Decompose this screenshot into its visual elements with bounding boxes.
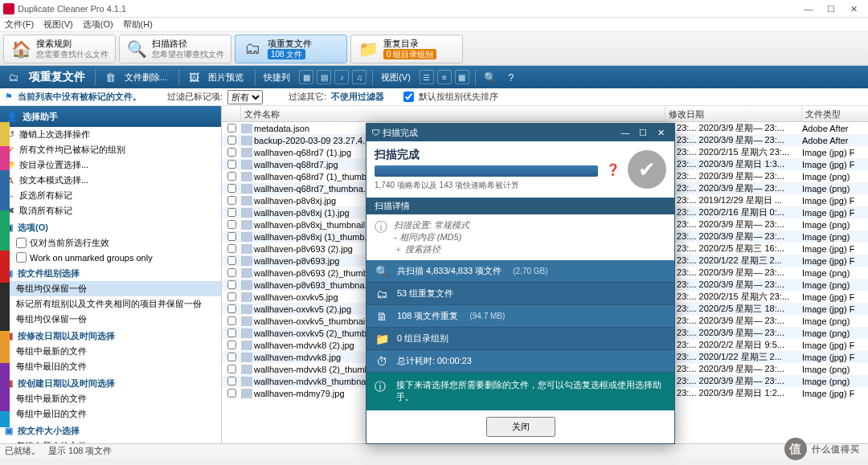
row-checkbox[interactable] bbox=[227, 232, 236, 241]
sidebar-action-3[interactable]: A按文本模式选择... bbox=[0, 173, 221, 188]
filter-marked-label: 过滤已标记项: bbox=[167, 91, 223, 103]
dialog-subtext: 1,740 项略希以及 143 项快速略希被计算 bbox=[375, 180, 598, 191]
sidebar-cat-group: ▣按文件组别选择 bbox=[0, 264, 221, 281]
person-icon: 👤 bbox=[6, 112, 18, 122]
menu-view[interactable]: 视图(V) bbox=[43, 18, 73, 31]
dialog-close-x[interactable]: ✕ bbox=[652, 128, 669, 138]
col-btn-3[interactable]: ♪ bbox=[334, 70, 349, 84]
row-checkbox[interactable] bbox=[227, 196, 236, 205]
sidebar-action-4[interactable]: ↔反选所有标记 bbox=[0, 188, 221, 203]
row-checkbox[interactable] bbox=[227, 377, 236, 385]
row-checkbox[interactable] bbox=[227, 136, 236, 145]
dialog-minimize[interactable]: — bbox=[616, 128, 634, 137]
sidebar-action-5[interactable]: ✖取消所有标记 bbox=[0, 203, 221, 218]
sidebar-action-0[interactable]: ↺撤销上次选择操作 bbox=[0, 127, 221, 142]
col-btn-4[interactable]: ♫ bbox=[352, 70, 366, 84]
nav-tab-1[interactable]: 🔍扫描路径您希望在哪查找文件 bbox=[119, 35, 231, 63]
row-checkbox[interactable] bbox=[227, 341, 236, 349]
filter-bar: ⚑ 当前列表中没有被标记的文件。 过滤已标记项: 所有 过滤其它: 不使用过滤器… bbox=[0, 88, 868, 106]
col-btn-1[interactable]: ▦ bbox=[299, 70, 313, 84]
sidebar-cat-size: ▣按文件大小选择 bbox=[0, 422, 221, 438]
plus-icon[interactable]: ＋ bbox=[394, 244, 403, 254]
preview-button[interactable]: 图片预览 bbox=[205, 71, 250, 84]
close-button[interactable]: ✕ bbox=[842, 1, 865, 17]
sidebar-option-0[interactable]: 仅对当前所选行生效 bbox=[0, 235, 221, 251]
row-checkbox[interactable] bbox=[227, 389, 236, 398]
view-detail-icon[interactable]: ≡ bbox=[437, 70, 452, 84]
dialog-stat-row-4: ⏱总计耗时: 00:00:23 bbox=[366, 350, 674, 373]
search-icon[interactable]: 🔍 bbox=[481, 68, 500, 86]
col-type[interactable]: 文件类型 bbox=[802, 106, 868, 121]
nav-tabs: 🏠搜索规则您需要查找什么文件🔍扫描路径您希望在哪查找文件🗂项重复文件108 文件… bbox=[0, 32, 868, 66]
folder-icon: 🗂 bbox=[3, 68, 23, 86]
maximize-button[interactable]: ☐ bbox=[820, 1, 842, 17]
row-checkbox[interactable] bbox=[227, 244, 236, 253]
sidebar-cat-options: ▣选项(O) bbox=[0, 218, 221, 235]
row-checkbox[interactable] bbox=[227, 256, 236, 265]
sidebar-option-1[interactable]: Work on unmarked groups only bbox=[0, 251, 221, 264]
help-small-icon[interactable]: ❓ bbox=[606, 163, 620, 176]
sidebar-action-1[interactable]: ✔所有文件均已被标记的组别 bbox=[0, 142, 221, 157]
nav-tab-0[interactable]: 🏠搜索规则您需要查找什么文件 bbox=[3, 35, 116, 63]
row-checkbox[interactable] bbox=[227, 280, 236, 289]
dialog-stat-row-1: 🗂53 组重复文件 bbox=[366, 283, 674, 305]
view-list-icon[interactable]: ☰ bbox=[420, 70, 434, 84]
row-checkbox[interactable] bbox=[227, 148, 236, 157]
app-icon bbox=[3, 3, 14, 14]
sidebar-cat-createdate: ▦按创建日期以及时间选择 bbox=[0, 374, 221, 391]
menu-file[interactable]: 文件(F) bbox=[5, 18, 34, 31]
filter-sort-checkbox[interactable] bbox=[403, 92, 414, 102]
nav-tab-2[interactable]: 🗂项重复文件108 文件 bbox=[235, 35, 347, 63]
sidebar-mod-item-0[interactable]: 每组中最新的文件 bbox=[0, 344, 221, 359]
toolbar-heading: 项重复文件 bbox=[24, 70, 90, 84]
status-ready: 已就绪。 bbox=[5, 445, 40, 457]
image-icon[interactable]: 🖼 bbox=[184, 68, 203, 86]
dialog-headline: 扫描完成 bbox=[375, 148, 598, 162]
filter-marked-select[interactable]: 所有 bbox=[227, 90, 263, 104]
menu-options[interactable]: 选项(O) bbox=[83, 18, 113, 31]
sidebar-mod-item-1[interactable]: 每组中最旧的文件 bbox=[0, 359, 221, 374]
dialog-section-header: 扫描详情 bbox=[366, 198, 674, 214]
row-checkbox[interactable] bbox=[227, 160, 236, 169]
row-checkbox[interactable] bbox=[227, 304, 236, 313]
sidebar-create-item-1[interactable]: 每组中最旧的文件 bbox=[0, 406, 221, 422]
dialog-scan-settings: ⓘ 扫描设置: 常规模式 - 相同内容 (MD5) ＋ 搜索路径 bbox=[366, 214, 674, 260]
view-grid-icon[interactable]: ▦ bbox=[455, 70, 469, 84]
col-btn-2[interactable]: ▤ bbox=[317, 70, 331, 84]
row-checkbox[interactable] bbox=[227, 316, 236, 325]
row-checkbox[interactable] bbox=[227, 328, 236, 337]
delete-button[interactable]: 文件删除... bbox=[121, 71, 174, 84]
sidebar-group-item-2[interactable]: 每组均仅保留一份 bbox=[0, 312, 221, 327]
sidebar-group-item-1[interactable]: 标记所有组别以及文件夹相同的项目并保留一份 bbox=[0, 296, 221, 312]
dialog-stat-row-0: 🔍共扫描 4,833/4,833 项文件(2.70 GB) bbox=[366, 260, 674, 283]
row-checkbox[interactable] bbox=[227, 292, 236, 301]
col-filename[interactable]: 文件名称 bbox=[241, 106, 665, 121]
info-icon: ⓘ bbox=[375, 219, 387, 236]
row-checkbox[interactable] bbox=[227, 184, 236, 193]
trash-icon[interactable]: 🗑 bbox=[100, 68, 120, 86]
row-checkbox[interactable] bbox=[227, 365, 236, 373]
row-checkbox[interactable] bbox=[227, 353, 236, 361]
sidebar-action-2[interactable]: 📂按目录位置选择... bbox=[0, 157, 221, 173]
dialog-close-button[interactable]: 关闭 bbox=[486, 417, 555, 437]
row-checkbox[interactable] bbox=[227, 208, 236, 217]
sidebar-group-item-0[interactable]: 每组均仅保留一份 bbox=[0, 281, 221, 296]
filter-other-label: 过滤其它: bbox=[289, 91, 326, 103]
row-checkbox[interactable] bbox=[227, 172, 236, 181]
view-menu-button[interactable]: 视图(V) bbox=[378, 71, 417, 84]
quick-column-button[interactable]: 快捷列 bbox=[260, 71, 297, 84]
dialog-tip: ⓘ 接下来请选择您所需要删除的文件，您可以勾选复选框或使用选择助手。 bbox=[366, 373, 674, 410]
dialog-title: 扫描完成 bbox=[383, 127, 418, 139]
nav-tab-3[interactable]: 📁重复目录0 组目录组别 bbox=[350, 35, 463, 63]
row-checkbox[interactable] bbox=[227, 124, 236, 133]
dialog-maximize[interactable]: ☐ bbox=[634, 128, 652, 138]
menu-help[interactable]: 帮助(H) bbox=[123, 18, 153, 31]
dialog-titlebar[interactable]: 🛡 扫描完成 — ☐ ✕ bbox=[366, 124, 674, 141]
row-checkbox[interactable] bbox=[227, 220, 236, 229]
row-checkbox[interactable] bbox=[227, 268, 236, 277]
minimize-button[interactable]: — bbox=[797, 1, 820, 17]
sidebar-create-item-0[interactable]: 每组中最新的文件 bbox=[0, 391, 221, 406]
sidebar-size-item-0[interactable]: 每组中最小的文件 bbox=[0, 438, 221, 443]
col-moddate[interactable]: 修改日期 bbox=[665, 106, 802, 121]
help-icon[interactable]: ? bbox=[502, 68, 521, 86]
